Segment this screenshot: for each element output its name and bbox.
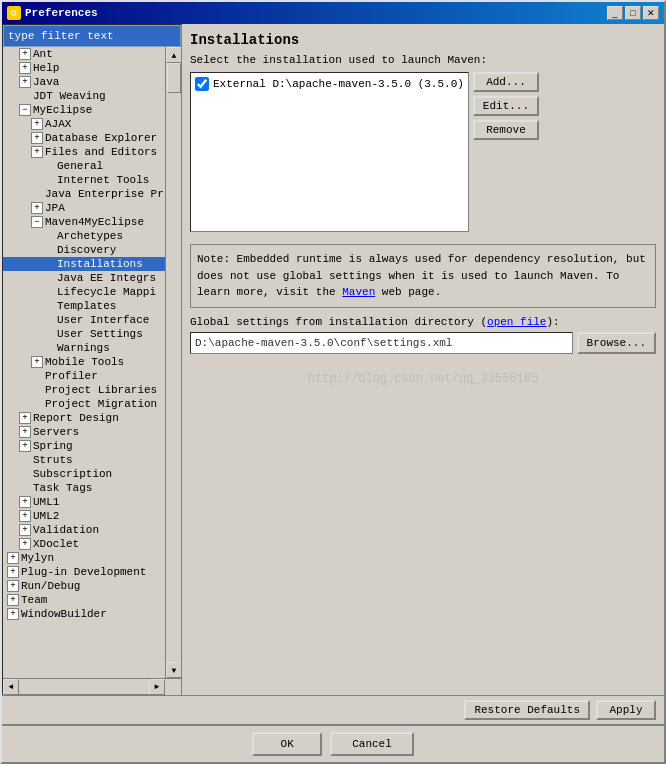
edit-button[interactable]: Edit... <box>473 96 539 116</box>
tree-item-label: WindowBuilder <box>21 608 107 620</box>
tree-item[interactable]: Task Tags <box>3 481 165 495</box>
expand-icon[interactable]: + <box>31 118 43 130</box>
tree-item[interactable]: + WindowBuilder <box>3 607 165 621</box>
tree-item[interactable]: + Java <box>3 75 165 89</box>
tree-item[interactable]: + Files and Editors <box>3 145 165 159</box>
note-box: Note: Embedded runtime is always used fo… <box>190 244 656 308</box>
tree-item[interactable]: + Database Explorer <box>3 131 165 145</box>
preferences-icon: ⚙ <box>7 6 21 20</box>
title-bar-buttons: _ □ ✕ <box>607 6 659 20</box>
tree-item[interactable]: Discovery <box>3 243 165 257</box>
expand-icon[interactable]: + <box>31 146 43 158</box>
tree-item[interactable]: + Validation <box>3 523 165 537</box>
h-scroll-right[interactable]: ► <box>149 679 165 695</box>
tree-item-label: JPA <box>45 202 65 214</box>
tree-item-label: Database Explorer <box>45 132 157 144</box>
sidebar-scrollbar: ▲ ▼ <box>165 47 181 678</box>
scroll-thumb[interactable] <box>167 63 181 93</box>
tree-item[interactable]: + UML2 <box>3 509 165 523</box>
scroll-down-arrow[interactable]: ▼ <box>166 662 181 678</box>
tree-item-label: Project Libraries <box>45 384 157 396</box>
preferences-window: ⚙ Preferences _ □ ✕ + Ant+ Help+ Java JD… <box>0 0 666 764</box>
maximize-button[interactable]: □ <box>625 6 641 20</box>
restore-defaults-button[interactable]: Restore Defaults <box>464 700 590 720</box>
cancel-button[interactable]: Cancel <box>330 732 414 756</box>
expand-icon[interactable]: + <box>19 440 31 452</box>
h-scroll-left[interactable]: ◄ <box>3 679 19 695</box>
tree-item[interactable]: + Mobile Tools <box>3 355 165 369</box>
tree-item[interactable]: Warnings <box>3 341 165 355</box>
tree-item-label: User Settings <box>57 328 143 340</box>
tree-item[interactable]: + Ant <box>3 47 165 61</box>
expand-icon[interactable]: + <box>7 580 19 592</box>
tree-item[interactable]: + Spring <box>3 439 165 453</box>
expand-icon[interactable]: + <box>31 356 43 368</box>
scroll-up-arrow[interactable]: ▲ <box>166 47 181 63</box>
expand-icon[interactable]: + <box>19 76 31 88</box>
browse-button[interactable]: Browse... <box>577 332 656 354</box>
tree-item[interactable]: + AJAX <box>3 117 165 131</box>
expand-icon[interactable]: + <box>19 412 31 424</box>
tree-item[interactable]: Project Libraries <box>3 383 165 397</box>
tree-item[interactable]: Java Enterprise Pr <box>3 187 165 201</box>
expand-icon[interactable]: + <box>19 524 31 536</box>
maven-link[interactable]: Maven <box>342 286 375 298</box>
tree-item[interactable]: + Report Design <box>3 411 165 425</box>
expand-icon[interactable]: − <box>31 216 43 228</box>
tree-item[interactable]: Lifecycle Mappi <box>3 285 165 299</box>
tree-item[interactable]: JDT Weaving <box>3 89 165 103</box>
expand-icon[interactable]: − <box>19 104 31 116</box>
tree-item-label: Warnings <box>57 342 110 354</box>
expand-icon[interactable]: + <box>7 608 19 620</box>
tree-item[interactable]: + Run/Debug <box>3 579 165 593</box>
tree-item[interactable]: Archetypes <box>3 229 165 243</box>
tree-item[interactable]: General <box>3 159 165 173</box>
tree-item[interactable]: + Servers <box>3 425 165 439</box>
h-scroll-track <box>19 679 149 694</box>
tree-item[interactable]: Struts <box>3 453 165 467</box>
tree-item[interactable]: + Help <box>3 61 165 75</box>
tree-item[interactable]: User Interface <box>3 313 165 327</box>
tree-item[interactable]: + Team <box>3 593 165 607</box>
tree-item[interactable]: Java EE Integrs <box>3 271 165 285</box>
expand-icon[interactable]: + <box>19 538 31 550</box>
expand-icon[interactable]: + <box>7 566 19 578</box>
tree-item[interactable]: + UML1 <box>3 495 165 509</box>
global-settings-field[interactable] <box>190 332 573 354</box>
tree-area[interactable]: + Ant+ Help+ Java JDT Weaving− MyEclipse… <box>3 47 165 678</box>
open-file-link[interactable]: open file <box>487 316 546 328</box>
tree-item[interactable]: Subscription <box>3 467 165 481</box>
tree-item[interactable]: − Maven4MyEclipse <box>3 215 165 229</box>
tree-item[interactable]: + Plug-in Development <box>3 565 165 579</box>
expand-icon[interactable]: + <box>31 132 43 144</box>
expand-icon[interactable]: + <box>19 496 31 508</box>
tree-item[interactable]: + XDoclet <box>3 537 165 551</box>
expand-icon[interactable]: + <box>19 426 31 438</box>
tree-item[interactable]: User Settings <box>3 327 165 341</box>
expand-icon[interactable]: + <box>19 510 31 522</box>
remove-button[interactable]: Remove <box>473 120 539 140</box>
ok-button[interactable]: OK <box>252 732 322 756</box>
tree-item[interactable]: Templates <box>3 299 165 313</box>
expand-icon[interactable]: + <box>19 48 31 60</box>
tree-item[interactable]: Internet Tools <box>3 173 165 187</box>
minimize-button[interactable]: _ <box>607 6 623 20</box>
tree-item-label: Internet Tools <box>57 174 149 186</box>
tree-item[interactable]: + JPA <box>3 201 165 215</box>
expand-icon[interactable]: + <box>31 202 43 214</box>
tree-item[interactable]: − MyEclipse <box>3 103 165 117</box>
apply-button[interactable]: Apply <box>596 700 656 720</box>
tree-item-label: Report Design <box>33 412 119 424</box>
install-checkbox[interactable] <box>195 77 209 91</box>
expand-icon[interactable]: + <box>7 594 19 606</box>
tree-item[interactable]: Installations <box>3 257 165 271</box>
expand-icon[interactable]: + <box>19 62 31 74</box>
close-button[interactable]: ✕ <box>643 6 659 20</box>
filter-input[interactable] <box>3 25 181 47</box>
tree-item[interactable]: + Mylyn <box>3 551 165 565</box>
add-button[interactable]: Add... <box>473 72 539 92</box>
installation-list[interactable]: External D:\apache-maven-3.5.0 (3.5.0) <box>190 72 469 232</box>
tree-item[interactable]: Project Migration <box>3 397 165 411</box>
expand-icon[interactable]: + <box>7 552 19 564</box>
tree-item[interactable]: Profiler <box>3 369 165 383</box>
